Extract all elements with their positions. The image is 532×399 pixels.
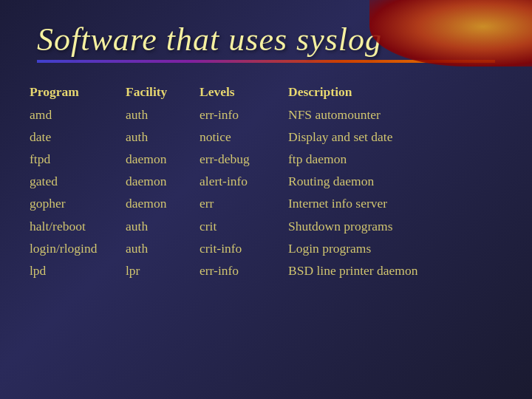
list-item: daemon	[126, 192, 200, 214]
list-item: date	[30, 126, 126, 148]
list-item: err-info	[200, 259, 288, 282]
slide: Software that uses syslog Program amd da…	[0, 0, 532, 399]
list-item: auth	[126, 215, 200, 237]
list-item: ftpd	[30, 148, 126, 170]
col-facility: Facility auth auth daemon daemon daemon …	[126, 81, 200, 384]
list-item: auth	[126, 237, 200, 259]
list-item: lpd	[30, 259, 126, 282]
list-item: ftp daemon	[288, 148, 510, 170]
list-item: err-info	[200, 103, 288, 126]
list-item: Internet info server	[288, 192, 510, 214]
list-item: alert-info	[200, 170, 288, 192]
content-area: Program amd date ftpd gated gopher halt/…	[0, 63, 532, 399]
col-description: Description NFS automounter Display and …	[288, 81, 510, 384]
list-item: gated	[30, 170, 126, 192]
list-item: Shutdown programs	[288, 215, 510, 237]
header-description: Description	[288, 81, 510, 103]
list-item: Login programs	[288, 237, 510, 259]
list-item: gopher	[30, 192, 126, 214]
col-levels: Levels err-info notice err-debug alert-i…	[200, 81, 288, 384]
list-item: notice	[200, 126, 288, 148]
data-table: Program amd date ftpd gated gopher halt/…	[30, 81, 510, 384]
list-item: Routing daemon	[288, 170, 510, 192]
list-item: err-debug	[200, 148, 288, 170]
col-program: Program amd date ftpd gated gopher halt/…	[30, 81, 126, 384]
list-item: amd	[30, 103, 126, 126]
list-item: lpr	[126, 259, 200, 282]
header-levels: Levels	[200, 81, 288, 103]
list-item: auth	[126, 103, 200, 126]
list-item: NFS automounter	[288, 103, 510, 126]
list-item: login/rlogind	[30, 237, 126, 259]
list-item: BSD line printer daemon	[288, 259, 510, 282]
header-program: Program	[30, 81, 126, 103]
list-item: crit	[200, 215, 288, 237]
list-item: daemon	[126, 170, 200, 192]
list-item: daemon	[126, 148, 200, 170]
list-item: err	[200, 192, 288, 214]
list-item: halt/reboot	[30, 215, 126, 237]
list-item: auth	[126, 126, 200, 148]
list-item: Display and set date	[288, 126, 510, 148]
list-item: crit-info	[200, 237, 288, 259]
header-facility: Facility	[126, 81, 200, 103]
